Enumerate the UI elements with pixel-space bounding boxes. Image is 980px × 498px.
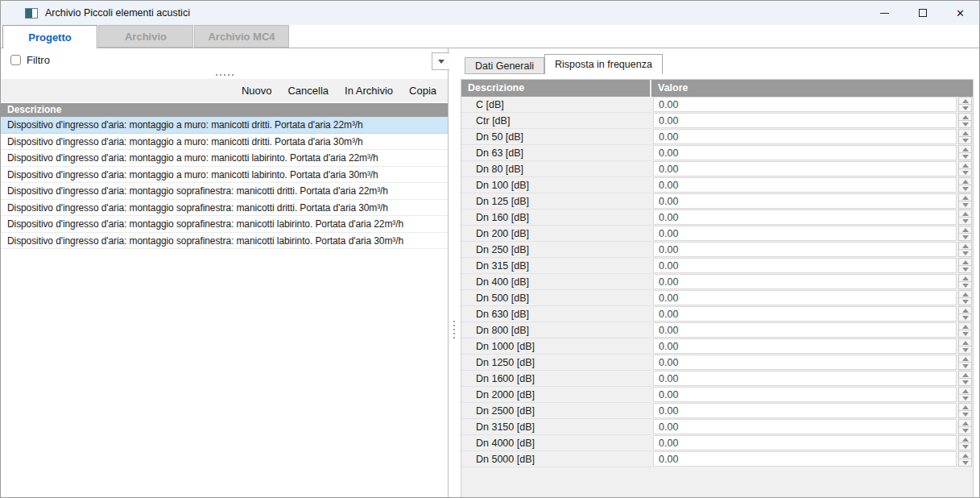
value-input[interactable]: 0.00	[653, 306, 957, 322]
spin-down-button[interactable]	[958, 282, 972, 289]
spin-up-button[interactable]	[958, 129, 972, 137]
in-archivio-button[interactable]: In Archivio	[337, 85, 401, 97]
tab-dati-generali[interactable]: Dati Generali	[465, 57, 544, 74]
triangle-down-icon	[962, 380, 969, 384]
spin-up-button[interactable]	[958, 435, 972, 443]
tab-risposta-in-frequenza[interactable]: Risposta in frequenza	[544, 54, 663, 74]
spin-down-button[interactable]	[958, 347, 972, 354]
spin-down-button[interactable]	[958, 363, 972, 370]
value-input[interactable]: 0.00	[653, 355, 957, 370]
triangle-down-icon	[962, 219, 969, 223]
value-input[interactable]: 0.00	[653, 177, 957, 193]
spin-up-button[interactable]	[958, 97, 972, 105]
spin-up-button[interactable]	[958, 226, 972, 234]
spin-up-button[interactable]	[958, 387, 972, 395]
triangle-down-icon	[962, 106, 969, 110]
spin-down-button[interactable]	[958, 427, 972, 434]
value-input[interactable]: 0.00	[653, 129, 957, 144]
spin-up-button[interactable]	[958, 451, 972, 459]
value-input[interactable]: 0.00	[653, 435, 957, 450]
value-input[interactable]: 0.00	[653, 113, 957, 128]
list-item[interactable]: Dispositivo d'ingresso d'aria: montaggio…	[1, 167, 448, 184]
app-window: Archivio Piccoli elementi acustici ✕ Pro…	[0, 0, 980, 498]
spin-down-button[interactable]	[958, 314, 972, 322]
spin-down-button[interactable]	[958, 218, 972, 225]
spin-up-button[interactable]	[958, 403, 972, 411]
list-item[interactable]: Dispositivo d'ingresso d'aria: montaggio…	[1, 134, 448, 151]
nuovo-button[interactable]: Nuovo	[234, 85, 280, 97]
value-input[interactable]: 0.00	[653, 274, 957, 289]
spin-down-button[interactable]	[958, 105, 972, 112]
list-item[interactable]: Dispositivo d'ingresso d'aria: montaggio…	[1, 216, 448, 233]
spin-down-button[interactable]	[958, 266, 972, 273]
spin-up-button[interactable]	[958, 338, 972, 347]
cancella-button[interactable]: Cancella	[279, 85, 337, 97]
filter-dropdown-button[interactable]	[432, 52, 450, 70]
spin-down-button[interactable]	[958, 443, 972, 450]
maximize-button[interactable]	[904, 1, 941, 25]
value-input[interactable]: 0.00	[653, 161, 957, 176]
value-input[interactable]: 0.00	[653, 290, 957, 305]
spin-down-button[interactable]	[958, 121, 972, 128]
value-input[interactable]: 0.00	[653, 387, 957, 402]
spin-up-button[interactable]	[958, 161, 972, 169]
spin-down-button[interactable]	[958, 137, 972, 144]
list-item[interactable]: Dispositivo d'ingresso d'aria: montaggio…	[1, 183, 448, 200]
list-item[interactable]: Dispositivo d'ingresso d'aria: montaggio…	[1, 150, 448, 167]
spin-up-button[interactable]	[958, 210, 972, 218]
spin-up-button[interactable]	[958, 113, 972, 121]
spin-up-button[interactable]	[958, 177, 972, 185]
row-value-cell: 0.00	[651, 274, 973, 290]
filter-checkbox[interactable]	[10, 55, 21, 65]
spin-up-button[interactable]	[958, 306, 972, 314]
spin-up-button[interactable]	[958, 145, 972, 153]
value-input[interactable]: 0.00	[653, 322, 957, 338]
tab-archivio[interactable]: Archivio	[98, 25, 193, 48]
spin-down-button[interactable]	[958, 330, 972, 338]
value-input[interactable]: 0.00	[653, 210, 957, 225]
value-input[interactable]: 0.00	[653, 371, 957, 386]
spin-down-button[interactable]	[958, 395, 972, 402]
spin-up-button[interactable]	[958, 193, 972, 201]
tab-progetto[interactable]: Progetto	[2, 25, 97, 48]
spin-up-button[interactable]	[958, 355, 972, 363]
value-input[interactable]: 0.00	[653, 242, 957, 257]
list-item[interactable]: Dispositivo d'ingresso d'aria: montaggio…	[1, 117, 448, 134]
copia-button[interactable]: Copia	[401, 85, 445, 97]
tab-archivio-mc4[interactable]: Archivio MC4	[194, 25, 289, 48]
spin-down-button[interactable]	[958, 153, 972, 160]
spin-up-button[interactable]	[958, 290, 972, 298]
spin-up-button[interactable]	[958, 419, 972, 427]
spin-down-button[interactable]	[958, 459, 972, 467]
spin-down-button[interactable]	[958, 250, 972, 257]
value-input[interactable]: 0.00	[653, 338, 957, 354]
spin-up-button[interactable]	[958, 242, 972, 250]
value-input[interactable]: 0.00	[653, 403, 957, 418]
spin-up-button[interactable]	[958, 371, 972, 379]
list-item[interactable]: Dispositivo d'ingresso d'aria: montaggio…	[1, 233, 448, 250]
spin-up-button[interactable]	[958, 274, 972, 282]
spin-down-button[interactable]	[958, 201, 972, 209]
spin-up-button[interactable]	[958, 322, 972, 330]
value-input[interactable]: 0.00	[653, 226, 957, 241]
minimize-button[interactable]	[866, 1, 904, 25]
value-input[interactable]: 0.00	[653, 419, 957, 434]
spin-down-button[interactable]	[958, 379, 972, 386]
value-input[interactable]: 0.00	[653, 451, 957, 467]
spin-down-button[interactable]	[958, 169, 972, 176]
horizontal-splitter-handle[interactable]	[1, 71, 448, 79]
list-item[interactable]: Dispositivo d'ingresso d'aria: montaggio…	[1, 200, 448, 217]
value-input[interactable]: 0.00	[653, 97, 957, 112]
row-value-cell: 0.00	[651, 419, 973, 435]
spin-down-button[interactable]	[958, 185, 972, 193]
vertical-splitter-handle[interactable]	[449, 48, 460, 497]
value-input[interactable]: 0.00	[653, 258, 957, 273]
close-button[interactable]: ✕	[941, 1, 979, 25]
spin-down-button[interactable]	[958, 298, 972, 305]
spin-down-button[interactable]	[958, 411, 972, 418]
table-row: C [dB]0.00	[461, 97, 973, 113]
value-input[interactable]: 0.00	[653, 193, 957, 209]
value-input[interactable]: 0.00	[653, 145, 957, 160]
spin-down-button[interactable]	[958, 234, 972, 241]
spin-up-button[interactable]	[958, 258, 972, 266]
